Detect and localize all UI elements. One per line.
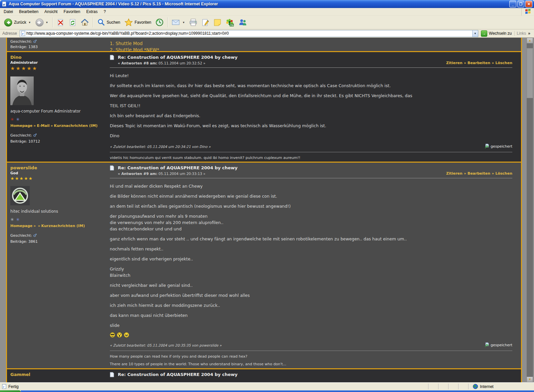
edit-link[interactable]: Bearbeiten <box>468 61 490 65</box>
address-dropdown-icon[interactable]: ▼ <box>472 30 478 37</box>
post-paragraph: Dino <box>110 133 512 139</box>
action-separator: » <box>463 61 468 65</box>
post-paper-icon <box>110 372 114 377</box>
links-toolbar[interactable]: Links » <box>514 31 532 36</box>
messenger-note-button[interactable] <box>212 18 223 27</box>
msn-messenger-button[interactable] <box>237 18 249 27</box>
home-button[interactable] <box>79 18 91 27</box>
aim-status-icon[interactable]: ✳ <box>16 217 22 222</box>
homepage-link[interactable]: Homepage <box>10 124 32 128</box>
print-button[interactable] <box>187 18 199 27</box>
menu-bearbeiten[interactable]: Bearbeiten <box>16 8 41 15</box>
post-paragraph: ich zieh mich hiermit aus der moddingsze… <box>110 302 512 309</box>
status-cell <box>430 384 438 389</box>
menu-favoriten[interactable]: Favoriten <box>60 8 83 15</box>
scroll-down-icon[interactable]: ▼ <box>527 377 533 382</box>
email-link[interactable]: E-Mail <box>37 124 49 128</box>
icq-status-icon[interactable]: ✳ <box>10 117 16 122</box>
restore-button[interactable]: ❐ <box>517 1 524 7</box>
profile-links: Homepage»»Kurznachrichten (IM) <box>10 224 106 228</box>
im-icons-row: ✳✳ <box>10 217 106 222</box>
search-button[interactable]: Suchen <box>95 18 122 27</box>
im-link[interactable]: Kurznachrichten (IM) <box>54 124 98 128</box>
back-button[interactable]: Zurück ▼ <box>2 18 33 27</box>
taskbar-edge <box>21 390 534 392</box>
mail-button[interactable]: ▼ <box>170 18 187 26</box>
scrollbar-track[interactable] <box>527 43 533 377</box>
forward-button[interactable]: ▼ <box>33 18 50 27</box>
icq-status-icon[interactable]: ✳ <box>10 217 16 222</box>
go-label: Wechseln zu <box>489 31 512 36</box>
quote-link[interactable]: Zitieren <box>446 61 463 65</box>
close-button[interactable]: ✕ <box>525 1 532 7</box>
internet-globe-icon <box>473 384 478 389</box>
username-link[interactable]: powerslide <box>10 165 106 170</box>
post-title: Re: Construction of AQUASPHERE 2004 by c… <box>118 372 238 377</box>
username-link[interactable]: Dino <box>10 55 106 60</box>
cool-smiley-icon <box>110 332 115 338</box>
post-paragraph: eigentlich sind die vorherigen projekte.… <box>110 256 512 262</box>
post-paragraph: nicht vergleichbar weil alle genial sind… <box>110 282 512 288</box>
icq-button[interactable]: PRO <box>224 18 236 27</box>
post-meta: « Antworten #8 am: 05.11.2004 um 20:32:5… <box>118 61 238 65</box>
delete-link[interactable]: Löschen <box>495 61 512 65</box>
post-paragraph: das kann man quasi nicht überbieten <box>110 312 512 319</box>
post-message-column: Re: Construction of AQUASPHERE 2004 by c… <box>107 369 521 382</box>
mail-dropdown-icon[interactable]: ▼ <box>182 21 185 24</box>
scroll-up-icon[interactable]: ▲ <box>527 38 533 43</box>
messenger-people-icon <box>239 18 247 26</box>
stop-button[interactable] <box>55 18 66 27</box>
delete-link[interactable]: Löschen <box>495 171 512 176</box>
favorites-button[interactable]: Favoriten <box>122 18 153 27</box>
history-button[interactable] <box>154 18 166 27</box>
signature-rule <box>110 152 512 152</box>
gender-label: Geschlecht: <box>10 233 32 238</box>
male-icon: ♂ <box>33 39 37 44</box>
gender-row: Geschlecht: ♂ <box>10 39 106 44</box>
links-chevron-icon: » <box>528 31 530 36</box>
favorites-label: Favoriten <box>135 20 151 25</box>
im-link[interactable]: Kurznachrichten (IM) <box>41 224 85 228</box>
post-paragraph: aber vom aufwand und perfektion übertrif… <box>110 292 512 299</box>
link-separator: » <box>32 224 37 228</box>
stop-icon <box>57 19 64 26</box>
aim-status-icon[interactable]: ✳ <box>16 117 22 122</box>
message-link-list: 1. Shuttle Mod 2. Shuttle Mod *NEW* <box>110 40 512 51</box>
edit-button[interactable] <box>200 18 211 27</box>
forward-dropdown-icon[interactable]: ▼ <box>46 21 48 24</box>
header-rule <box>110 67 512 68</box>
security-zone-panel: Internet <box>470 384 533 389</box>
start-button-edge[interactable] <box>0 390 21 392</box>
svg-text:PRO: PRO <box>230 24 235 26</box>
minimize-button[interactable]: _ <box>509 1 516 7</box>
message-header-left: Re: Construction of AQUASPHERE 2004 by c… <box>110 165 238 176</box>
status-cell <box>450 384 458 389</box>
homepage-link[interactable]: Homepage <box>10 224 32 228</box>
address-input[interactable] <box>26 31 472 36</box>
menu-datei[interactable]: Datei <box>1 8 16 15</box>
menu-ansicht[interactable]: Ansicht <box>41 8 60 15</box>
quote-link[interactable]: Zitieren <box>446 171 463 176</box>
scrollbar-thumb[interactable] <box>527 48 533 98</box>
refresh-button[interactable] <box>67 18 78 27</box>
shuttle-mod-link[interactable]: 1. Shuttle Mod <box>110 40 512 47</box>
post-paragraph: nochmals fetten respekt.. <box>110 246 512 252</box>
note-icon <box>214 19 221 26</box>
menu-extras[interactable]: Extras <box>83 8 100 15</box>
status-text: Fertig <box>8 384 19 389</box>
edit-link[interactable]: Bearbeiten <box>468 171 490 176</box>
post-user-column: Geschlecht: ♂ Beiträge: 1383 <box>7 38 107 51</box>
message-titles: Re: Construction of AQUASPHERE 2004 by c… <box>118 55 238 65</box>
back-label: Zurück <box>14 20 26 25</box>
toolbar-separator <box>168 17 168 27</box>
menu-help[interactable]: ? <box>100 8 109 15</box>
go-button[interactable]: → Wechseln zu <box>480 30 512 37</box>
post-meta-label: « Antworten #8 am: <box>118 61 157 65</box>
post-paragraph: an dem teil ist einfach alles geigantisc… <box>110 203 512 209</box>
back-dropdown-icon[interactable]: ▼ <box>28 21 31 24</box>
post-paragraph: slide <box>110 322 512 329</box>
post-powerslide: powerslide God ★★★★★ hitec individual so… <box>7 163 521 368</box>
username-link[interactable]: Gammel <box>10 372 106 377</box>
shuttle-mod-new-link[interactable]: 2. Shuttle Mod *NEW* <box>110 47 512 51</box>
mail-icon <box>172 19 180 26</box>
